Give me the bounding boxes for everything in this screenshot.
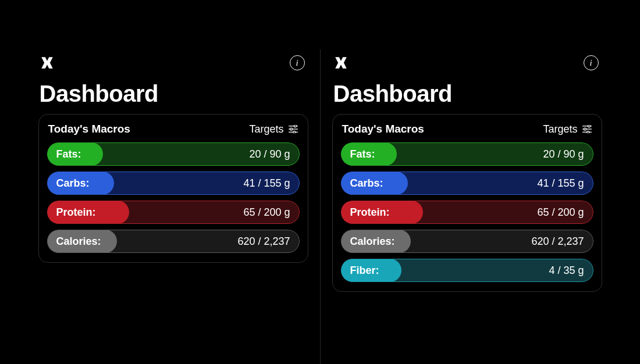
macro-value: 620 / 2,237 xyxy=(237,235,290,248)
page-title: Dashboard xyxy=(328,70,607,114)
macro-value: 65 / 200 g xyxy=(537,206,584,219)
macro-row-fats[interactable]: Fats: 20 / 90 g xyxy=(341,142,593,166)
dashboard-panel-basic: i Dashboard Today's Macros Targets Fa xyxy=(34,55,313,263)
card-header: Today's Macros Targets xyxy=(47,123,300,135)
sliders-icon xyxy=(582,125,592,133)
macro-label: Calories: xyxy=(56,235,101,248)
macros-card: Today's Macros Targets Fats: 20 / 90 g xyxy=(38,114,308,263)
logo-icon xyxy=(40,55,55,70)
macro-value: 41 / 155 g xyxy=(243,177,290,190)
targets-label: Targets xyxy=(249,123,283,135)
macro-row-carbs[interactable]: Carbs: 41 / 155 g xyxy=(341,172,593,195)
targets-button[interactable]: Targets xyxy=(249,123,298,135)
sliders-icon xyxy=(288,125,298,133)
macro-row-calories[interactable]: Calories: 620 / 2,237 xyxy=(47,230,300,253)
macro-label: Protein: xyxy=(350,206,390,219)
macros-card: Today's Macros Targets Fats: 20 / 90 g xyxy=(332,114,602,292)
macro-label: Protein: xyxy=(56,206,96,219)
targets-button[interactable]: Targets xyxy=(543,123,592,135)
macro-label: Carbs: xyxy=(56,177,90,190)
card-title: Today's Macros xyxy=(342,123,424,135)
svg-point-9 xyxy=(588,125,590,127)
page-title: Dashboard xyxy=(34,70,313,114)
topbar: i xyxy=(34,55,313,70)
logo-icon xyxy=(333,55,349,70)
macro-row-fats[interactable]: Fats: 20 / 90 g xyxy=(47,142,300,166)
info-button[interactable]: i xyxy=(584,55,599,70)
svg-point-11 xyxy=(586,131,589,133)
macro-row-calories[interactable]: Calories: 620 / 2,237 xyxy=(341,230,593,253)
info-button[interactable]: i xyxy=(290,55,305,70)
macro-value: 20 / 90 g xyxy=(543,148,584,160)
macro-label: Fats: xyxy=(350,148,375,160)
card-header: Today's Macros Targets xyxy=(341,123,593,135)
macro-label: Fiber: xyxy=(350,265,379,277)
dashboard-panel-with-fiber: i Dashboard Today's Macros Targets Fa xyxy=(328,55,607,292)
macro-row-protein[interactable]: Protein: 65 / 200 g xyxy=(341,201,593,224)
app-logo xyxy=(40,55,55,70)
svg-point-4 xyxy=(290,128,292,130)
card-title: Today's Macros xyxy=(48,123,130,135)
macro-row-protein[interactable]: Protein: 65 / 200 g xyxy=(47,201,300,224)
app-logo xyxy=(333,55,349,70)
macro-label: Calories: xyxy=(350,235,395,248)
macro-label: Fats: xyxy=(56,148,81,160)
macro-value: 65 / 200 g xyxy=(243,206,290,219)
macro-row-carbs[interactable]: Carbs: 41 / 155 g xyxy=(47,172,300,195)
topbar: i xyxy=(328,55,607,70)
macro-value: 20 / 90 g xyxy=(249,148,290,160)
svg-point-10 xyxy=(584,128,586,130)
macro-value: 4 / 35 g xyxy=(549,265,584,277)
svg-point-3 xyxy=(294,125,296,127)
macro-value: 620 / 2,237 xyxy=(531,235,584,248)
macro-row-fiber[interactable]: Fiber: 4 / 35 g xyxy=(341,259,593,282)
svg-point-5 xyxy=(293,131,295,133)
info-icon: i xyxy=(589,59,592,67)
macro-value: 41 / 155 g xyxy=(537,177,584,190)
macro-label: Carbs: xyxy=(350,177,383,190)
targets-label: Targets xyxy=(543,123,577,135)
panel-divider xyxy=(320,49,321,364)
info-icon: i xyxy=(296,59,298,67)
